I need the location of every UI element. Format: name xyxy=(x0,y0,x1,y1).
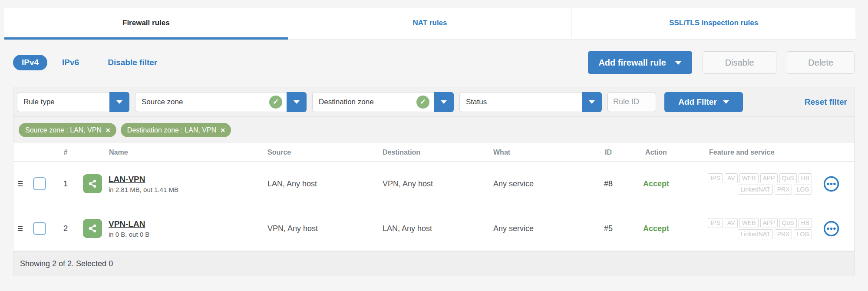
source-zone-dropdown[interactable]: Source zone ✓ xyxy=(135,92,307,112)
column-header-what: What xyxy=(482,143,591,161)
rule-name-block: LAN-VPN in 2.81 MB, out 1.41 MB xyxy=(109,175,178,193)
chevron-down-icon xyxy=(287,92,307,112)
rule-what: Any service xyxy=(482,162,591,206)
tab-nat-rules-label: NAT rules xyxy=(413,19,447,27)
rule-action-status: Accept xyxy=(626,162,686,206)
feature-badge-prx: PRX xyxy=(775,185,792,195)
feature-badge-web: WEB xyxy=(739,218,759,228)
feature-badge-prx: PRX xyxy=(775,229,792,239)
chevron-down-icon xyxy=(723,100,729,104)
column-header-number: # xyxy=(53,143,79,161)
share-zones-icon[interactable] xyxy=(83,219,102,238)
delete-button[interactable]: Delete xyxy=(787,51,855,74)
column-header-source: Source xyxy=(257,143,372,161)
feature-badge-av: AV xyxy=(725,218,738,228)
chevron-down-icon xyxy=(109,92,129,112)
rule-source: VPN, Any host xyxy=(257,206,372,251)
ipv6-toggle[interactable]: IPv6 xyxy=(62,58,79,67)
reset-filter-link[interactable]: Reset filter xyxy=(805,97,847,107)
filter-chip-destination-zone: Destination zone : LAN, VPN ✕ xyxy=(121,123,231,137)
rule-id-input[interactable] xyxy=(607,92,656,112)
drag-handle-icon[interactable] xyxy=(16,179,24,188)
results-summary: Showing 2 of 2. Selected 0 xyxy=(20,259,113,268)
column-header-destination: Destination xyxy=(372,143,482,161)
feature-badges: IPS AV WEB APP QoS HB LinkedNAT PRX LOG xyxy=(708,218,812,239)
feature-badge-app: APP xyxy=(760,218,778,228)
feature-badge-app: APP xyxy=(760,173,778,183)
rule-source: LAN, Any host xyxy=(257,162,372,206)
chevron-down-icon xyxy=(582,92,602,112)
feature-badge-log: LOG xyxy=(794,185,812,195)
feature-badge-linkednat: LinkedNAT xyxy=(738,229,772,239)
add-filter-button[interactable]: Add Filter xyxy=(664,92,743,112)
feature-badge-web: WEB xyxy=(739,173,759,183)
rule-destination: LAN, Any host xyxy=(372,206,482,251)
table-row: 1 LAN-VPN in 2.81 MB, out 1.41 MB LAN, A… xyxy=(13,162,854,206)
row-checkbox[interactable] xyxy=(33,222,46,235)
rule-type-dropdown-value: Rule type xyxy=(17,92,109,112)
column-header-feature-and-service: Feature and service xyxy=(686,143,854,161)
filter-chip-label: Source zone : LAN, VPN xyxy=(25,126,102,134)
row-checkbox[interactable] xyxy=(33,177,46,190)
rule-traffic: in 2.81 MB, out 1.41 MB xyxy=(109,186,178,193)
status-dropdown[interactable]: Status xyxy=(459,92,602,112)
rule-number: 1 xyxy=(53,162,79,206)
toolbar: IPv4 IPv6 Disable filter Add firewall ru… xyxy=(13,51,855,74)
tab-firewall-rules[interactable]: Firewall rules xyxy=(4,8,288,40)
table-header: # Name Source Destination What ID Action… xyxy=(13,143,854,162)
rule-id: #5 xyxy=(591,206,626,251)
tab-ssl-tls-inspection-rules-label: SSL/TLS inspection rules xyxy=(669,19,758,27)
disable-button[interactable]: Disable xyxy=(703,51,776,74)
firewall-rules-card: Rule type Source zone ✓ Destination zone… xyxy=(13,87,855,276)
more-options-icon[interactable] xyxy=(823,221,839,237)
rule-number: 2 xyxy=(53,206,79,251)
filter-applied-check-icon: ✓ xyxy=(269,96,282,109)
feature-badge-hb: HB xyxy=(799,218,812,228)
tab-ssl-tls-inspection-rules[interactable]: SSL/TLS inspection rules xyxy=(571,8,855,40)
drag-handle-icon[interactable] xyxy=(16,224,24,233)
filter-chip-label: Destination zone : LAN, VPN xyxy=(127,126,216,134)
feature-badge-av: AV xyxy=(725,173,738,183)
rule-action-status: Accept xyxy=(626,206,686,251)
feature-badge-linkednat: LinkedNAT xyxy=(738,185,772,195)
column-header-name: Name xyxy=(79,143,257,161)
status-dropdown-value: Status xyxy=(459,92,582,112)
column-header-action: Action xyxy=(626,143,686,161)
rule-type-dropdown[interactable]: Rule type xyxy=(17,92,129,112)
rule-name-block: VPN-LAN in 0 B, out 0 B xyxy=(109,219,149,238)
close-icon[interactable]: ✕ xyxy=(220,127,225,133)
source-zone-dropdown-value: Source zone xyxy=(142,98,183,106)
close-icon[interactable]: ✕ xyxy=(106,127,111,133)
add-filter-label: Add Filter xyxy=(678,97,717,107)
chevron-down-icon xyxy=(434,92,454,112)
add-firewall-rule-label: Add firewall rule xyxy=(598,58,666,68)
feature-badges: IPS AV WEB APP QoS HB LinkedNAT PRX LOG xyxy=(708,173,812,195)
filter-chip-source-zone: Source zone : LAN, VPN ✕ xyxy=(19,123,116,137)
feature-badge-qos: QoS xyxy=(779,218,797,228)
chevron-down-icon xyxy=(675,61,682,65)
filter-bar: Rule type Source zone ✓ Destination zone… xyxy=(13,87,854,117)
rule-name-link[interactable]: VPN-LAN xyxy=(109,219,145,229)
ipv4-toggle[interactable]: IPv4 xyxy=(13,55,47,70)
feature-badge-ips: IPS xyxy=(708,218,723,228)
toolbar-actions: Add firewall rule Disable Delete xyxy=(588,51,855,74)
table-footer: Showing 2 of 2. Selected 0 xyxy=(13,251,854,276)
table-row: 2 VPN-LAN in 0 B, out 0 B VPN, Any host … xyxy=(13,206,854,251)
rule-destination: VPN, Any host xyxy=(372,162,482,206)
disable-filter-link[interactable]: Disable filter xyxy=(108,58,157,67)
filter-applied-check-icon: ✓ xyxy=(416,96,429,109)
more-options-icon[interactable] xyxy=(823,176,839,192)
tab-nat-rules[interactable]: NAT rules xyxy=(288,8,572,40)
rule-what: Any service xyxy=(482,206,591,251)
column-header-id: ID xyxy=(591,143,626,161)
destination-zone-dropdown[interactable]: Destination zone ✓ xyxy=(312,92,454,112)
tab-bar: Firewall rules NAT rules SSL/TLS inspect… xyxy=(4,8,855,40)
feature-badge-log: LOG xyxy=(794,229,812,239)
feature-badge-ips: IPS xyxy=(708,173,723,183)
share-zones-icon[interactable] xyxy=(83,174,102,193)
feature-badge-qos: QoS xyxy=(779,173,797,183)
active-filter-chips: Source zone : LAN, VPN ✕ Destination zon… xyxy=(13,117,854,143)
add-firewall-rule-button[interactable]: Add firewall rule xyxy=(588,51,692,74)
rule-name-link[interactable]: LAN-VPN xyxy=(109,175,145,184)
destination-zone-dropdown-value: Destination zone xyxy=(319,98,374,106)
